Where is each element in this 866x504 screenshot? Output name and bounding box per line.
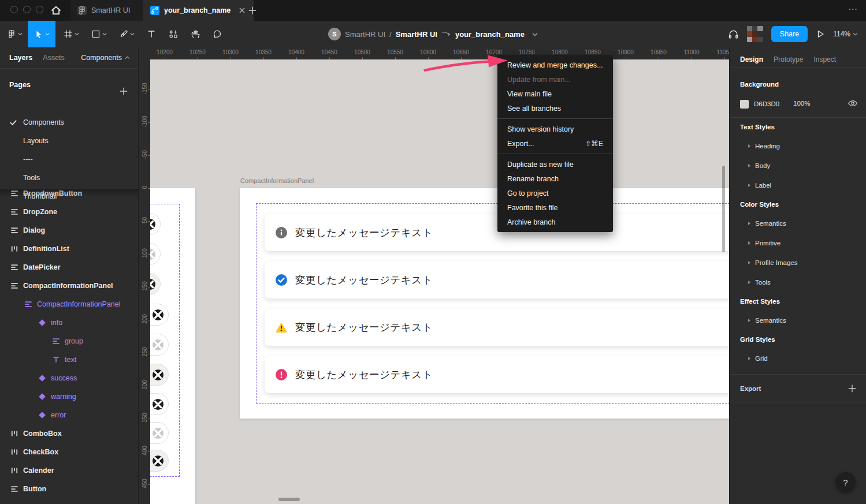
traffic-light-minimize[interactable] <box>23 6 31 13</box>
page-item-components[interactable]: Components <box>0 113 138 132</box>
library-selector[interactable]: Components <box>81 54 130 62</box>
style-row-primitive[interactable]: Primitive <box>730 233 866 253</box>
new-tab-button[interactable] <box>247 5 258 16</box>
layer-item-calender[interactable]: Calender <box>0 461 138 480</box>
layer-item-compactinformationpanel[interactable]: CompactInformationPanel <box>0 277 138 295</box>
menu-item-review-and-merge-changes[interactable]: Review and merge changes... <box>497 58 613 72</box>
page-item-thumbnail[interactable]: Thumbnail <box>0 187 138 206</box>
menu-item-show-version-history[interactable]: Show version history <box>497 122 613 136</box>
tab-label: SmartHR UI <box>91 6 130 14</box>
menu-item-duplicate-as-new-file[interactable]: Duplicate as new file <box>497 157 613 171</box>
layer-item-checkbox[interactable]: CheckBox <box>0 443 138 461</box>
style-row-profile-images[interactable]: Profile Images <box>730 253 866 272</box>
layer-item-success[interactable]: success <box>0 369 138 387</box>
add-export-button[interactable] <box>847 383 857 394</box>
layer-item-datepicker[interactable]: DatePicker <box>0 258 138 277</box>
menu-item-go-to-project[interactable]: Go to project <box>497 186 613 200</box>
bars-icon <box>10 430 18 438</box>
pen-tool[interactable] <box>114 21 139 47</box>
style-row-label[interactable]: Label <box>730 176 866 195</box>
breadcrumb-file[interactable]: SmartHR UI <box>396 30 437 39</box>
frame-label[interactable]: CompactInformationPanel <box>240 177 314 184</box>
menu-item-export[interactable]: Export...⇧⌘E <box>497 136 613 151</box>
layer-item-group[interactable]: group <box>0 332 138 350</box>
message-card-error[interactable]: 変更したメッセージテキスト <box>265 356 729 393</box>
tab-assets[interactable]: Assets <box>43 54 65 62</box>
user-avatar[interactable] <box>747 26 763 42</box>
close-icon[interactable] <box>237 6 247 15</box>
breadcrumb-owner[interactable]: SmartHR UI <box>345 30 385 39</box>
style-row-semantics[interactable]: Semantics <box>730 311 866 330</box>
page-item--[interactable]: ---- <box>0 150 138 169</box>
tab-overflow-button[interactable]: ⋯ <box>848 3 858 14</box>
add-page-button[interactable] <box>118 86 129 96</box>
layer-item-combobox[interactable]: ComboBox <box>0 424 138 443</box>
message-card-info[interactable]: 変更したメッセージテキスト <box>265 214 729 251</box>
rectangle-tool[interactable] <box>87 21 111 47</box>
file-tab-your-branch-name[interactable]: your_branch_name <box>143 0 254 21</box>
canvas-vertical-scrollbar[interactable] <box>722 166 725 252</box>
comment-tool[interactable] <box>208 21 226 47</box>
design-canvas[interactable]: CompactInformationPanel 変更したメッセージテキスト変更し… <box>150 59 729 504</box>
layer-label: Dialog <box>23 226 45 234</box>
style-row-heading[interactable]: Heading <box>730 136 866 156</box>
text-tool[interactable] <box>142 21 161 47</box>
tab-prototype[interactable]: Prototype <box>774 55 803 64</box>
tab-inspect[interactable]: Inspect <box>813 55 836 64</box>
style-row-semantics[interactable]: Semantics <box>730 214 866 233</box>
layer-item-dialog[interactable]: Dialog <box>0 221 138 240</box>
visibility-eye-icon[interactable] <box>848 98 858 109</box>
message-card-warning[interactable]: 変更したメッセージテキスト <box>265 309 729 346</box>
audio-headphones-icon[interactable] <box>728 29 739 39</box>
menu-item-archive-branch[interactable]: Archive branch <box>497 215 613 229</box>
style-row-tools[interactable]: Tools <box>730 272 866 292</box>
resources-tool[interactable] <box>164 21 183 47</box>
close-icon <box>153 456 163 466</box>
background-color-row[interactable]: D6D3D0 <box>740 98 779 110</box>
breadcrumb-separator: / <box>389 30 392 39</box>
canvas-horizontal-scrollbar[interactable] <box>278 498 300 501</box>
frame-tool[interactable] <box>59 21 83 47</box>
menu-item-favorite-this-file[interactable]: Favorite this file <box>497 200 613 215</box>
background-color-swatch[interactable] <box>740 100 749 109</box>
tab-layers[interactable]: Layers <box>9 54 32 62</box>
layer-item-text[interactable]: text <box>0 350 138 369</box>
layer-item-button[interactable]: Button <box>0 480 138 498</box>
layer-item-compactinformationpanel[interactable]: CompactInformationPanel <box>0 295 138 313</box>
tab-design[interactable]: Design <box>740 55 763 64</box>
move-tool[interactable] <box>28 21 55 47</box>
page-item-layouts[interactable]: Layouts <box>0 132 138 150</box>
ruler-tick <box>148 221 150 222</box>
file-title-breadcrumb[interactable]: S SmartHR UI / SmartHR UI your_branch_na… <box>328 21 538 47</box>
menu-item-label: View main file <box>507 90 552 98</box>
style-row-grid[interactable]: Grid <box>730 349 866 368</box>
home-icon[interactable] <box>50 4 62 17</box>
help-button[interactable]: ? <box>835 472 856 492</box>
menu-item-see-all-branches[interactable]: See all branches <box>497 101 613 115</box>
zoom-level-control[interactable]: 114% <box>833 30 858 38</box>
menu-item-rename-branch[interactable]: Rename branch <box>497 171 613 186</box>
layer-item-error[interactable]: error <box>0 406 138 424</box>
style-row-label: Primitive <box>755 240 780 247</box>
breadcrumb-branch[interactable]: your_branch_name <box>455 30 525 39</box>
menu-item-view-main-file[interactable]: View main file <box>497 87 613 101</box>
layer-item-warning[interactable]: warning <box>0 387 138 406</box>
page-item-tools[interactable]: Tools <box>0 169 138 187</box>
background-opacity-value[interactable]: 100% <box>793 100 810 107</box>
pages-title: Pages <box>9 81 31 89</box>
share-button[interactable]: Share <box>771 26 808 42</box>
file-menu-chevron-icon[interactable] <box>532 32 538 36</box>
export-section[interactable]: Export <box>730 375 866 402</box>
traffic-light-close[interactable] <box>10 6 18 13</box>
layer-item-info[interactable]: info <box>0 313 138 332</box>
file-tab-smarthr-ui[interactable]: SmartHR UI <box>70 0 143 21</box>
background-hex-value[interactable]: D6D3D0 <box>754 100 779 107</box>
style-row-body[interactable]: Body <box>730 156 866 176</box>
layer-item-definitionlist[interactable]: DefinitionList <box>0 240 138 258</box>
traffic-light-zoom[interactable] <box>36 6 43 13</box>
message-card-success[interactable]: 変更したメッセージテキスト <box>265 262 729 298</box>
figma-menu-icon[interactable] <box>2 21 27 47</box>
hand-tool[interactable] <box>186 21 205 47</box>
message-text: 変更したメッセージテキスト <box>295 273 433 287</box>
present-play-icon[interactable] <box>816 29 825 39</box>
